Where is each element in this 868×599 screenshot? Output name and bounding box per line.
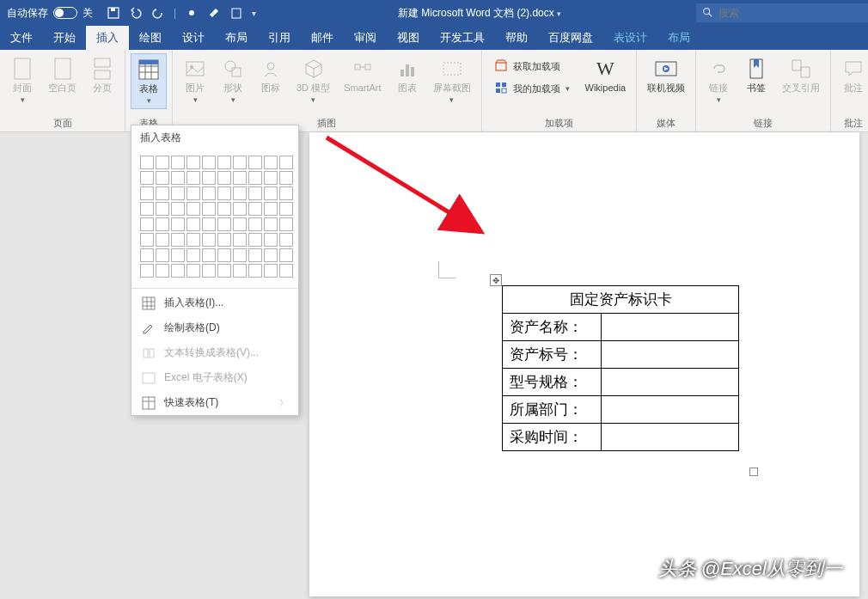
grid-cell[interactable] [248, 233, 262, 247]
grid-cell[interactable] [140, 171, 154, 185]
grid-cell[interactable] [279, 217, 293, 231]
tab-draw[interactable]: 绘图 [129, 26, 172, 50]
grid-cell[interactable] [186, 202, 200, 216]
tab-mail[interactable]: 邮件 [301, 26, 344, 50]
label-cell[interactable]: 资产标号： [503, 341, 602, 369]
grid-cell[interactable] [171, 186, 185, 200]
chart-button[interactable]: 图表 [390, 53, 425, 97]
grid-cell[interactable] [279, 156, 293, 169]
grid-cell[interactable] [217, 156, 231, 169]
asset-table[interactable]: 固定资产标识卡 资产名称： 资产标号： 型号规格： 所属部门： 采购时间： [502, 285, 739, 451]
value-cell[interactable] [602, 424, 739, 451]
grid-cell[interactable] [140, 186, 154, 200]
grid-cell[interactable] [279, 264, 293, 278]
tab-insert[interactable]: 插入 [86, 26, 129, 50]
link-button[interactable]: 链接▾ [701, 53, 736, 107]
grid-cell[interactable] [171, 248, 185, 262]
grid-cell[interactable] [140, 156, 154, 169]
qat-customize[interactable]: ▾ [252, 9, 256, 18]
grid-cell[interactable] [279, 171, 293, 185]
grid-cell[interactable] [156, 171, 169, 185]
grid-cell[interactable] [217, 248, 231, 262]
quick-table-menu-item[interactable]: 快速表格(T)〉 [131, 390, 298, 415]
grid-cell[interactable] [186, 264, 200, 278]
grid-cell[interactable] [186, 186, 200, 200]
table-button[interactable]: 表格▾ [131, 53, 167, 109]
grid-cell[interactable] [279, 248, 293, 262]
value-cell[interactable] [602, 314, 739, 341]
grid-cell[interactable] [202, 217, 216, 231]
tab-layout[interactable]: 布局 [215, 26, 258, 50]
grid-cell[interactable] [171, 217, 185, 231]
tab-home[interactable]: 开始 [43, 26, 86, 50]
grid-cell[interactable] [233, 186, 247, 200]
undo-icon[interactable] [129, 6, 143, 20]
grid-cell[interactable] [171, 156, 185, 169]
grid-cell[interactable] [217, 264, 231, 278]
grid-cell[interactable] [186, 217, 200, 231]
grid-cell[interactable] [156, 156, 169, 169]
crossref-button[interactable]: 交叉引用 [777, 53, 825, 97]
cover-page-button[interactable]: 封面▾ [5, 53, 40, 107]
grid-cell[interactable] [171, 202, 185, 216]
grid-cell[interactable] [248, 171, 262, 185]
tab-devtools[interactable]: 开发工具 [430, 26, 495, 50]
grid-cell[interactable] [279, 202, 293, 216]
grid-cell[interactable] [233, 171, 247, 185]
qat-paste-icon[interactable] [229, 6, 243, 20]
grid-cell[interactable] [156, 217, 169, 231]
autosave-toggle[interactable]: 自动保存 关 [0, 6, 100, 21]
label-cell[interactable]: 型号规格： [503, 369, 602, 396]
grid-cell[interactable] [264, 171, 278, 185]
grid-cell[interactable] [233, 233, 247, 247]
grid-cell[interactable] [202, 186, 216, 200]
grid-cell[interactable] [217, 217, 231, 231]
label-cell[interactable]: 所属部门： [503, 396, 602, 424]
grid-cell[interactable] [217, 233, 231, 247]
table-title-cell[interactable]: 固定资产标识卡 [503, 286, 739, 314]
grid-cell[interactable] [233, 217, 247, 231]
screenshot-button[interactable]: 屏幕截图▾ [428, 53, 476, 107]
grid-cell[interactable] [264, 233, 278, 247]
tab-table-layout[interactable]: 布局 [657, 26, 700, 50]
tab-baidu[interactable]: 百度网盘 [538, 26, 603, 50]
icons-button[interactable]: 图标 [254, 53, 288, 97]
value-cell[interactable] [602, 369, 739, 396]
grid-cell[interactable] [217, 186, 231, 200]
value-cell[interactable] [602, 341, 739, 369]
grid-cell[interactable] [248, 186, 262, 200]
insert-table-menu-item[interactable]: 插入表格(I)... [131, 290, 298, 315]
grid-cell[interactable] [248, 217, 262, 231]
grid-cell[interactable] [156, 248, 169, 262]
grid-cell[interactable] [264, 217, 278, 231]
grid-cell[interactable] [140, 233, 154, 247]
label-cell[interactable]: 采购时间： [503, 424, 602, 451]
grid-cell[interactable] [202, 264, 216, 278]
grid-cell[interactable] [233, 202, 247, 216]
search-input[interactable] [718, 7, 863, 19]
tab-file[interactable]: 文件 [0, 26, 43, 50]
grid-cell[interactable] [186, 233, 200, 247]
comment-button[interactable]: 批注 [836, 53, 868, 97]
bookmark-button[interactable]: 书签 [739, 53, 773, 97]
online-video-button[interactable]: 联机视频 [642, 53, 690, 97]
grid-cell[interactable] [248, 156, 262, 169]
grid-cell[interactable] [202, 156, 216, 169]
grid-cell[interactable] [217, 202, 231, 216]
save-icon[interactable] [107, 6, 120, 20]
blank-page-button[interactable]: 空白页 [43, 53, 82, 97]
tab-table-design[interactable]: 表设计 [603, 26, 657, 50]
grid-cell[interactable] [233, 264, 247, 278]
search-box[interactable] [696, 3, 868, 22]
tab-help[interactable]: 帮助 [495, 26, 538, 50]
get-addins-button[interactable]: 获取加载项 [491, 57, 573, 76]
grid-cell[interactable] [248, 202, 262, 216]
qat-paint-icon[interactable] [207, 6, 221, 20]
grid-cell[interactable] [264, 264, 278, 278]
grid-cell[interactable] [140, 264, 154, 278]
grid-cell[interactable] [171, 233, 185, 247]
grid-cell[interactable] [186, 156, 200, 169]
page[interactable]: ✥ 固定资产标识卡 资产名称： 资产标号： 型号规格： 所属部门： 采购时间： [309, 132, 859, 596]
redo-icon[interactable] [151, 6, 165, 20]
grid-cell[interactable] [264, 186, 278, 200]
